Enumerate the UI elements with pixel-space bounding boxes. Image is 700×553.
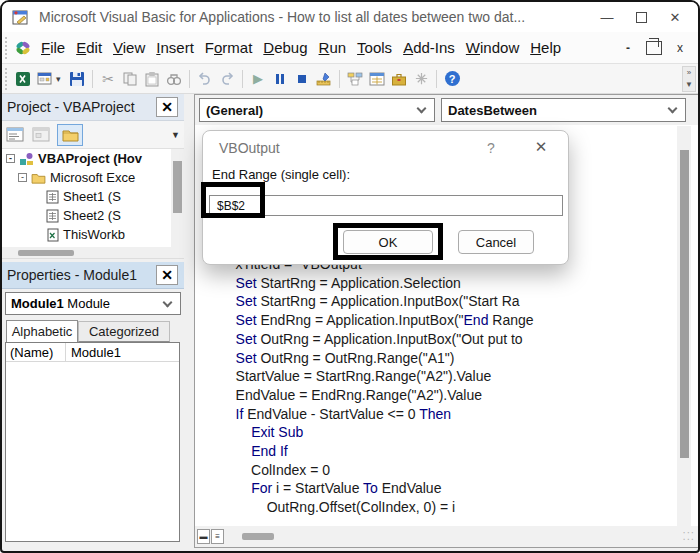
menu-item-debug[interactable]: Debug bbox=[263, 37, 307, 58]
dropdown-arrow-icon[interactable]: ▾ bbox=[56, 74, 66, 84]
property-value-cell[interactable]: Module1 bbox=[66, 345, 121, 360]
tree-item-thisworkbook[interactable]: ThisWorkb bbox=[2, 225, 184, 244]
reset-icon[interactable] bbox=[292, 69, 312, 89]
properties-window-icon[interactable] bbox=[367, 69, 387, 89]
workbook-icon bbox=[46, 228, 59, 242]
project-explorer-icon[interactable] bbox=[345, 69, 365, 89]
tab-categorized[interactable]: Categorized bbox=[78, 321, 170, 342]
mdi-restore-button[interactable] bbox=[646, 41, 662, 55]
properties-panel-close-button[interactable]: ✕ bbox=[156, 265, 178, 285]
object-dropdown[interactable]: (General) bbox=[199, 98, 435, 122]
project-tree-horizontal-scrollbar[interactable] bbox=[2, 247, 184, 259]
object-selector-dropdown[interactable]: Module1 Module bbox=[5, 292, 181, 315]
view-object-icon[interactable] bbox=[31, 125, 51, 145]
menu-item-addins[interactable]: Add-Ins bbox=[403, 37, 455, 58]
paste-icon[interactable] bbox=[142, 69, 162, 89]
excel-icon[interactable] bbox=[13, 69, 33, 89]
menu-item-file[interactable]: File bbox=[41, 37, 65, 58]
code-line: Set OutRng = Application.InputBox("Out p… bbox=[220, 330, 537, 349]
find-icon[interactable] bbox=[164, 69, 184, 89]
code-line: End If bbox=[220, 442, 537, 461]
toolbar-grip[interactable] bbox=[5, 37, 8, 59]
collapse-icon[interactable]: - bbox=[6, 154, 15, 163]
property-name-cell: (Name) bbox=[6, 343, 66, 361]
code-line: StartValue = StartRng.Range("A2").Value bbox=[220, 367, 537, 386]
mdi-minimize-button[interactable]: - bbox=[620, 41, 636, 55]
full-module-view-button[interactable]: ▬ bbox=[197, 529, 210, 544]
procedure-dropdown-value: DatesBetween bbox=[448, 103, 537, 118]
resize-grip-icon[interactable]: ⁚⁚⁚ bbox=[682, 531, 695, 542]
vba-project-icon bbox=[19, 152, 34, 166]
tab-label: Categorized bbox=[89, 324, 159, 339]
tree-item-vbaproject[interactable]: - VBAProject (Hov bbox=[2, 149, 184, 168]
run-icon[interactable]: ▶ bbox=[248, 69, 268, 89]
title-bar: Microsoft Visual Basic for Applications … bbox=[2, 2, 698, 32]
standard-toolbar: ▾ ✂ ▶ ? bbox=[2, 64, 698, 94]
maximize-button[interactable] bbox=[624, 4, 658, 30]
tree-item-sheet1[interactable]: Sheet1 (S bbox=[2, 187, 184, 206]
code-text: xTitleId = "VBOutput" Set StartRng = App… bbox=[220, 255, 537, 517]
code-line: ColIndex = 0 bbox=[220, 461, 537, 480]
menu-bar: FileEditViewInsertFormatDebugRunToolsAdd… bbox=[2, 32, 698, 64]
project-panel-close-button[interactable]: ✕ bbox=[156, 97, 178, 117]
collapse-icon[interactable]: - bbox=[18, 173, 27, 182]
menu-item-insert[interactable]: Insert bbox=[156, 37, 194, 58]
procedure-dropdown[interactable]: DatesBetween bbox=[441, 98, 686, 122]
code-line: Exit Sub bbox=[220, 423, 537, 442]
code-combo-row: (General) DatesBetween bbox=[195, 95, 699, 125]
menu-item-window[interactable]: Window bbox=[466, 37, 519, 58]
toolbar-overflow-button[interactable]: » ▼ bbox=[682, 66, 696, 92]
menu-item-format[interactable]: Format bbox=[205, 37, 253, 58]
design-mode-icon[interactable] bbox=[314, 69, 334, 89]
insert-userform-icon[interactable] bbox=[35, 69, 55, 89]
menu-item-edit[interactable]: Edit bbox=[76, 37, 102, 58]
tree-item-label: VBAProject (Hov bbox=[38, 151, 142, 166]
break-icon[interactable] bbox=[270, 69, 290, 89]
mdi-close-button[interactable]: x bbox=[672, 41, 688, 55]
toggle-folders-icon[interactable] bbox=[57, 124, 83, 146]
dialog-help-button[interactable]: ? bbox=[481, 140, 501, 156]
tab-alphabetic[interactable]: Alphabetic bbox=[6, 320, 78, 342]
redo-icon[interactable] bbox=[217, 69, 237, 89]
object-browser-icon[interactable] bbox=[411, 69, 431, 89]
code-vertical-scrollbar[interactable] bbox=[677, 126, 691, 526]
project-panel-toolbar: ▼ bbox=[2, 121, 184, 149]
toolbox-icon[interactable] bbox=[389, 69, 409, 89]
cancel-button[interactable]: Cancel bbox=[458, 230, 534, 254]
tree-item-label: Sheet2 (S bbox=[63, 208, 121, 223]
menu-item-tools[interactable]: Tools bbox=[357, 37, 392, 58]
save-icon[interactable] bbox=[67, 69, 87, 89]
procedure-view-button[interactable]: ≡ bbox=[211, 529, 224, 544]
tree-item-sheet2[interactable]: Sheet2 (S bbox=[2, 206, 184, 225]
code-horizontal-scrollbar[interactable] bbox=[242, 533, 274, 540]
view-code-icon[interactable] bbox=[5, 125, 25, 145]
minimize-button[interactable]: — bbox=[590, 4, 624, 30]
dialog-title: VBOutput bbox=[219, 140, 280, 156]
cut-icon[interactable]: ✂ bbox=[98, 69, 118, 89]
toolbar-more-icon: » bbox=[687, 67, 691, 79]
tree-item-excel-objects[interactable]: - Microsoft Exce bbox=[2, 168, 184, 187]
tree-item-label: Microsoft Exce bbox=[50, 170, 135, 185]
panel-dock-arrow-icon[interactable]: ▼ bbox=[171, 130, 180, 140]
menu-item-help[interactable]: Help bbox=[530, 37, 561, 58]
close-button[interactable]: ✕ bbox=[658, 4, 692, 30]
dialog-close-button[interactable]: ✕ bbox=[529, 138, 553, 156]
project-tree-vertical-scrollbar[interactable] bbox=[171, 149, 184, 247]
window-title: Microsoft Visual Basic for Applications … bbox=[39, 9, 525, 25]
menu-item-run[interactable]: Run bbox=[319, 37, 347, 58]
annotation-box-ok-button bbox=[333, 223, 443, 260]
code-line: For i = StartValue To EndValue bbox=[220, 479, 537, 498]
menu-item-view[interactable]: View bbox=[113, 37, 145, 58]
toolbar-grip-2[interactable] bbox=[5, 68, 8, 90]
property-row-name[interactable]: (Name) Module1 bbox=[6, 343, 179, 362]
maximize-icon bbox=[636, 12, 647, 23]
undo-icon[interactable] bbox=[195, 69, 215, 89]
toolbar-down-icon: ▼ bbox=[685, 79, 693, 91]
help-icon[interactable]: ? bbox=[442, 69, 462, 89]
code-line: Set OutRng = OutRng.Range("A1") bbox=[220, 349, 537, 368]
excel-objects-folder-icon bbox=[31, 172, 46, 184]
copy-icon[interactable] bbox=[120, 69, 140, 89]
project-panel-header: Project - VBAProject ✕ bbox=[2, 94, 184, 121]
tree-item-label: ThisWorkb bbox=[63, 227, 125, 242]
vba-logo-icon bbox=[13, 38, 33, 58]
